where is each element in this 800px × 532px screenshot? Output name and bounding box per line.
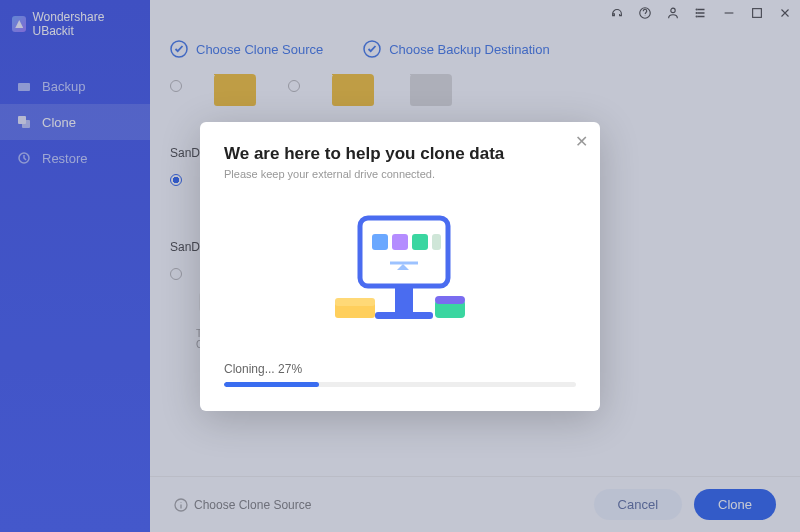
- svg-rect-14: [372, 234, 388, 250]
- close-icon[interactable]: ✕: [575, 132, 588, 151]
- progress-bar: [224, 382, 576, 387]
- svg-rect-17: [432, 234, 441, 250]
- clone-status: Cloning... 27%: [224, 362, 576, 376]
- svg-rect-21: [335, 298, 375, 306]
- modal-subtitle: Please keep your external drive connecte…: [224, 168, 576, 180]
- modal-overlay: ✕ We are here to help you clone data Ple…: [0, 0, 800, 532]
- svg-rect-15: [392, 234, 408, 250]
- modal-title: We are here to help you clone data: [224, 144, 576, 164]
- svg-rect-19: [375, 312, 433, 319]
- svg-rect-13: [360, 218, 448, 286]
- progress-fill: [224, 382, 319, 387]
- clone-illustration: [224, 208, 576, 338]
- svg-rect-16: [412, 234, 428, 250]
- clone-progress-modal: ✕ We are here to help you clone data Ple…: [200, 122, 600, 411]
- svg-rect-23: [435, 296, 465, 304]
- svg-rect-18: [395, 286, 413, 312]
